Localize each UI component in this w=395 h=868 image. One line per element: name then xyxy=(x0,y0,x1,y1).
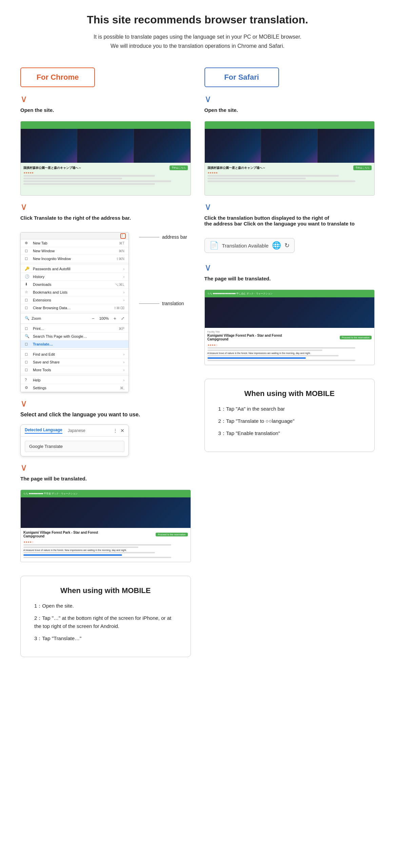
chevron-down-icon-3: ∨ xyxy=(20,398,27,409)
popup-tab-japanese[interactable]: Japanese xyxy=(68,428,85,433)
menu-item-downloads: ⬇ Downloads ⌥⌘L xyxy=(21,281,129,289)
mobile-safari-box: When using with MOBILE 1：Tap "Aa" in the… xyxy=(204,379,375,452)
mobile-chrome-box: When using with MOBILE 1：Open the site. … xyxy=(20,576,191,657)
menu-item-incognito: ◻ New Incognito Window ⇧⌘N xyxy=(21,255,129,263)
bookmarks-icon: ☆ xyxy=(25,290,29,295)
chevron-down-blue-icon-2: ∨ xyxy=(204,201,212,212)
zoom-icon: 🔍 xyxy=(25,316,29,321)
search-page-icon: 🔍 xyxy=(25,334,29,339)
popup-header: Detected Language Japanese ⋮ ✕ xyxy=(21,425,129,437)
mobile-safari-title: When using with MOBILE xyxy=(218,389,361,398)
safari-translated-line2 xyxy=(208,350,322,351)
screenshot-img-row xyxy=(21,129,191,163)
popup-close-button[interactable]: ✕ xyxy=(120,428,124,433)
safari-screenshot-img-row xyxy=(205,129,375,163)
chrome-step4-label: The page will be translated. xyxy=(20,476,87,481)
translated-line3 xyxy=(23,552,155,553)
zoom-minus-button[interactable]: − xyxy=(90,316,96,321)
menu-item-help: ? Help › xyxy=(21,376,129,384)
safari-translate-bar[interactable]: 📄 Translation Available 🌐 ↻ xyxy=(204,238,295,253)
safari-translated-title-row: Kunigami Village Forest Park - Star and … xyxy=(208,334,372,342)
screenshot-img-col2 xyxy=(77,129,134,163)
menu-item-print: ◻ Print… ⌘P xyxy=(21,325,129,333)
screenshot-line3 xyxy=(23,180,171,182)
menu-screenshot-container: ⋮ ⊕ New Tab ⌘T ◻ New Window ⌘N xyxy=(20,229,129,392)
safari-step2-label: Click the translation button displayed t… xyxy=(204,215,355,226)
safari-step3-arrow: ∨ The page will be translated. xyxy=(204,262,375,286)
translate-languages-icon: 🌐 xyxy=(272,241,281,250)
downloads-icon: ⬇ xyxy=(25,282,29,287)
menu-item-find-edit: ◻ Find and Edit › xyxy=(21,351,129,358)
translated-link xyxy=(23,554,122,556)
annotations-column: address bar translation xyxy=(136,229,187,306)
menu-divider-5 xyxy=(21,375,129,375)
subtitle-line2: We will introduce you to the translation… xyxy=(20,41,375,51)
menu-dots-button[interactable]: ⋮ xyxy=(120,233,126,239)
safari-screenshot-col3 xyxy=(318,129,374,163)
annotation-translation-label: translation xyxy=(162,301,184,306)
mobile-chrome-item3: 3：Tap "Translate…" xyxy=(34,634,177,643)
chrome-step4-arrow: ∨ The page will be translated. xyxy=(20,462,191,486)
safari-translated-description: A treasure trove of nature in the forest… xyxy=(208,352,372,354)
safari-translated-content: Facility Title Kunigami Village Forest P… xyxy=(205,328,375,365)
translated-img-area xyxy=(21,497,191,528)
screenshot-line1 xyxy=(23,175,155,177)
translated-line4 xyxy=(23,557,171,558)
safari-step3-label: The page will be translated. xyxy=(204,276,271,281)
menu-item-extensions: ◻ Extensions › xyxy=(21,296,129,304)
mobile-safari-item1: 1：Tap "Aa" in the search bar xyxy=(218,405,361,413)
translate-language-popup: Detected Language Japanese ⋮ ✕ Google Tr… xyxy=(20,425,129,456)
subtitle: It is possible to translate pages using … xyxy=(20,32,375,51)
safari-reserve-btn[interactable]: Proceed to the reservation xyxy=(340,336,372,339)
annotation-line-address xyxy=(139,237,159,237)
chrome-step1-arrow: ∨ Open the site. xyxy=(20,93,191,118)
mobile-chrome-item1: 1：Open the site. xyxy=(34,602,177,610)
translated-reserve-btn[interactable]: Proceed to the reservation xyxy=(156,533,187,536)
safari-label-button[interactable]: For Safari xyxy=(204,67,279,87)
popup-dots-button[interactable]: ⋮ xyxy=(113,428,118,433)
translated-title-row: Kunigami Village Forest Park - Star and … xyxy=(23,531,188,539)
menu-item-zoom: 🔍 Zoom − 100% + ⤢ xyxy=(21,314,129,322)
menu-top-bar: ⋮ xyxy=(21,233,129,239)
safari-translated-line1 xyxy=(208,347,355,349)
zoom-expand-icon: ⤢ xyxy=(121,316,124,321)
safari-screenshot-content: 国損村森林公園一星と森のキャンプ場へ～ 予約はこちら ★★★★★ xyxy=(205,163,375,186)
menu-annotated-wrapper: ⋮ ⊕ New Tab ⌘T ◻ New Window ⌘N xyxy=(20,229,191,392)
new-tab-icon: ⊕ xyxy=(25,241,29,245)
translation-annotation: translation xyxy=(139,301,187,306)
menu-item-new-window: ◻ New Window ⌘N xyxy=(21,247,129,255)
screenshot-content: 国損村森林公園一星と森のキャンプ場へ～ 予約はこちら ★★★★★ xyxy=(21,163,191,189)
clear-icon: ◻ xyxy=(25,305,29,310)
safari-translated-header: らち ■■■■■■■■■■■■■■■■ 申し込む ダック・ウォークション xyxy=(205,290,375,297)
chrome-column: For Chrome ∨ Open the site. 国損村森林公園一星と森の… xyxy=(20,67,191,664)
google-translate-button[interactable]: Google Translate xyxy=(25,441,124,452)
safari-screenshot-green-btn: 予約はこちら xyxy=(353,165,372,170)
mobile-chrome-title: When using with MOBILE xyxy=(34,586,177,595)
safari-step1-arrow: ∨ Open the site. xyxy=(204,93,375,118)
settings-icon: ⚙ xyxy=(25,386,29,390)
menu-item-clear: ◻ Clear Browsing Data… ⇧⌘⌫ xyxy=(21,304,129,312)
history-icon: 🕐 xyxy=(25,274,29,279)
safari-column: For Safari ∨ Open the site. 国損村森林公園一星と森の… xyxy=(204,67,375,459)
safari-screenshot-col2 xyxy=(261,129,318,163)
chevron-down-icon-1: ∨ xyxy=(20,93,27,104)
chrome-label-button[interactable]: For Chrome xyxy=(20,67,95,87)
chevron-down-icon-2: ∨ xyxy=(20,201,27,212)
popup-tab-detected[interactable]: Detected Language xyxy=(25,428,62,434)
popup-body: Google Translate xyxy=(21,437,129,456)
screenshot-title-row: 国損村森林公園一星と森のキャンプ場へ～ 予約はこちら xyxy=(23,165,188,170)
menu-item-translate[interactable]: ◻ Translate… xyxy=(21,340,129,348)
safari-screenshot-title-row: 国損村森林公園一星と森のキャンプ場へ～ 予約はこちら xyxy=(208,165,372,170)
zoom-plus-button[interactable]: + xyxy=(112,316,118,321)
translate-icon: ◻ xyxy=(25,342,29,347)
chevron-down-blue-icon-1: ∨ xyxy=(204,93,212,104)
screenshot-img-col1 xyxy=(21,129,77,163)
safari-step1-label: Open the site. xyxy=(204,107,238,113)
safari-translated-line3 xyxy=(208,355,339,356)
chrome-step3-label: Select and click the language you want t… xyxy=(20,412,140,418)
find-edit-icon: ◻ xyxy=(25,352,29,357)
safari-translated-stars: ★★★★☆ xyxy=(208,344,372,347)
chevron-down-icon-4: ∨ xyxy=(20,462,27,473)
menu-item-settings: ⚙ Settings ⌘, xyxy=(21,384,129,392)
screenshot-header-bar xyxy=(21,121,191,129)
